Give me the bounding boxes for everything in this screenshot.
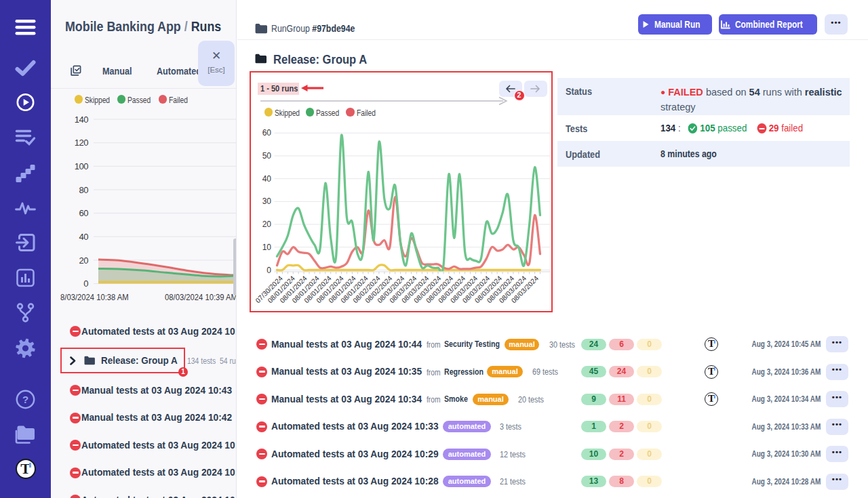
svg-text:100: 100 [75, 161, 88, 171]
svg-text:10: 10 [262, 243, 272, 252]
svg-text:40: 40 [79, 232, 89, 242]
svg-text:20: 20 [262, 220, 272, 229]
svg-text:30: 30 [262, 196, 272, 206]
svg-text:60: 60 [79, 208, 89, 218]
svg-text:0: 0 [267, 266, 271, 275]
svg-text:60: 60 [262, 128, 272, 138]
svg-text:?: ? [22, 394, 28, 405]
svg-text:50: 50 [262, 151, 272, 161]
svg-text:80: 80 [79, 185, 89, 195]
svg-text:0: 0 [83, 278, 88, 289]
svg-text:40: 40 [262, 174, 272, 184]
svg-text:140: 140 [75, 115, 88, 125]
svg-text:20: 20 [79, 255, 89, 266]
svg-text:120: 120 [75, 138, 88, 148]
